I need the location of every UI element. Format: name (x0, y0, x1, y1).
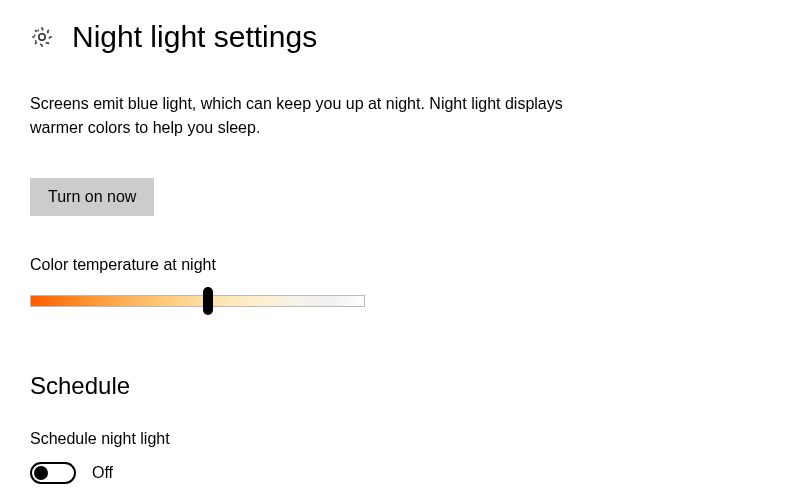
gear-icon (30, 25, 54, 49)
color-temperature-slider[interactable] (30, 292, 365, 312)
turn-on-now-button[interactable]: Turn on now (30, 178, 154, 216)
page-title: Night light settings (72, 20, 317, 54)
slider-thumb[interactable] (203, 287, 213, 315)
toggle-knob (34, 466, 48, 480)
slider-track (30, 295, 365, 307)
color-temperature-section: Color temperature at night (30, 256, 770, 312)
schedule-toggle-row: Off (30, 462, 770, 484)
schedule-toggle[interactable] (30, 462, 76, 484)
schedule-toggle-state: Off (92, 464, 113, 482)
color-temperature-label: Color temperature at night (30, 256, 770, 274)
schedule-toggle-label: Schedule night light (30, 430, 770, 448)
svg-point-0 (39, 34, 45, 40)
schedule-heading: Schedule (30, 372, 770, 400)
night-light-description: Screens emit blue light, which can keep … (30, 92, 590, 140)
page-header: Night light settings (30, 20, 770, 54)
